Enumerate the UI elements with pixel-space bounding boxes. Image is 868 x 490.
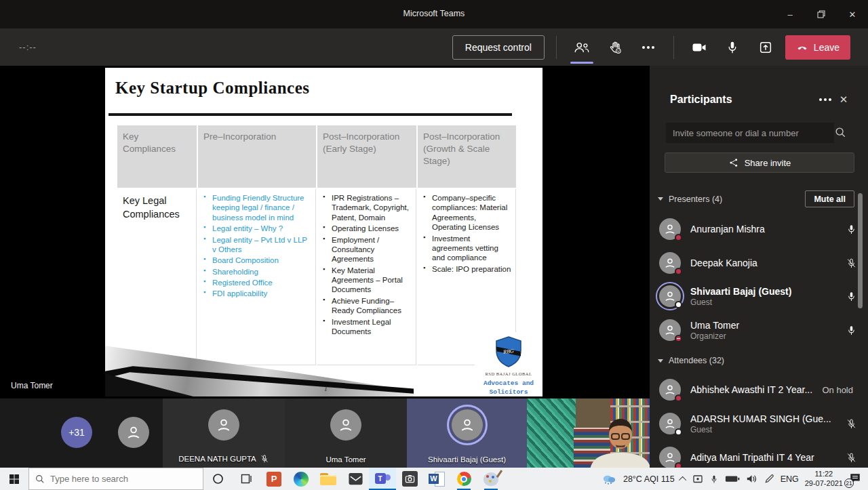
cortana-button[interactable]	[203, 468, 232, 490]
taskbar-app-teams[interactable]: T	[369, 468, 396, 490]
mic-on-icon[interactable]	[846, 224, 857, 235]
overflow-tile[interactable]: +31	[0, 399, 163, 468]
battery-icon[interactable]	[725, 474, 740, 483]
taskbar-app-powerpoint[interactable]: P	[260, 468, 288, 490]
more-actions-button[interactable]	[635, 34, 662, 61]
share-invite-button[interactable]: Share invite	[665, 152, 854, 173]
microphone-button[interactable]	[719, 34, 746, 61]
taskbar-app-file-explorer[interactable]	[315, 468, 342, 490]
list-item: Scale: IPO preparation	[422, 264, 511, 274]
participant-name: Aditya Mani Tripathi IT 4 Year	[690, 452, 846, 463]
avatar-speaking	[659, 285, 681, 307]
panel-scrollbar[interactable]	[858, 193, 863, 308]
taskbar-app-chrome[interactable]	[450, 468, 477, 490]
action-center-button[interactable]: 21	[849, 472, 864, 486]
participants-toggle-button[interactable]	[568, 34, 595, 61]
participant-row[interactable]: Shivaarti Bajaj (Guest) Guest	[659, 279, 857, 313]
raise-hand-button[interactable]	[601, 34, 629, 61]
avatar	[659, 379, 681, 401]
mic-on-icon[interactable]	[846, 291, 857, 302]
taskbar-clock[interactable]: 11:22 29-07-2021	[805, 470, 843, 489]
title-underline	[108, 113, 512, 116]
weather-text[interactable]: 28°C AQI 115	[623, 474, 675, 484]
start-button[interactable]	[0, 468, 28, 490]
call-controls: Request control Leave	[452, 28, 850, 66]
mic-muted-icon[interactable]	[846, 258, 857, 269]
request-control-button[interactable]: Request control	[452, 35, 545, 60]
video-tile[interactable]: DEENA NATH GUPTA	[163, 399, 285, 468]
taskbar-app-edge[interactable]	[288, 468, 315, 490]
camera-icon	[691, 39, 707, 56]
leave-button[interactable]: Leave	[785, 35, 850, 60]
taskbar-search[interactable]	[28, 468, 203, 490]
restore-icon[interactable]	[806, 0, 837, 28]
minimize-icon[interactable]: –	[774, 0, 806, 28]
tile-name-label: Uma Tomer	[326, 455, 366, 464]
teams-tray-icon[interactable]	[692, 474, 703, 485]
mic-muted-icon[interactable]	[846, 418, 857, 430]
participant-row[interactable]: Aditya Mani Tripathi IT 4 Year	[659, 441, 857, 468]
presenters-section-header[interactable]: Presenters (4) Mute all	[658, 190, 854, 207]
window-title: Microsoft Teams	[0, 9, 868, 18]
shield-logo-icon: RBG	[494, 335, 524, 368]
participant-row[interactable]: Anuranjan Mishra	[659, 212, 857, 246]
table-cell-pre-incorporation: Funding Friendly Structure keeping legal…	[198, 189, 316, 365]
mute-all-button[interactable]: Mute all	[805, 190, 854, 207]
task-view-button[interactable]	[232, 468, 260, 490]
status-badge	[675, 428, 682, 436]
chrome-icon	[457, 472, 471, 486]
person-icon	[214, 415, 233, 434]
participant-role: Guest	[690, 298, 846, 307]
hang-up-icon	[796, 41, 808, 54]
curtain-background	[527, 399, 576, 468]
chevron-down-icon	[658, 359, 663, 363]
table-row-label: Key Legal Compliances	[117, 189, 197, 365]
task-view-icon	[241, 473, 252, 485]
taskbar-app-paint[interactable]	[477, 468, 505, 490]
invite-input[interactable]	[666, 123, 834, 143]
ellipsis-icon	[819, 98, 830, 101]
close-panel-button[interactable]: ✕	[834, 91, 853, 108]
taskbar-app-mail[interactable]	[342, 468, 369, 490]
table-header-cell: Key Compliances	[117, 125, 197, 188]
volume-icon[interactable]	[746, 474, 758, 484]
share-screen-button[interactable]	[752, 34, 779, 61]
close-icon[interactable]: ✕	[837, 0, 868, 28]
participant-row[interactable]: Uma Tomer Organizer	[659, 313, 857, 347]
windows-taskbar: P T W	[0, 468, 868, 490]
presenter-name-label: Uma Tomer	[11, 381, 53, 390]
status-badge	[675, 268, 682, 275]
participant-row[interactable]: Abhishek Awasthi IT 2 Year... On hold	[659, 373, 857, 407]
participants-title: Participants	[670, 94, 815, 106]
notification-count-badge: 21	[844, 478, 854, 488]
participants-more-button[interactable]	[815, 91, 834, 108]
participant-row[interactable]: Deepak Kanojia	[659, 246, 857, 280]
taskbar-app-camera[interactable]	[396, 468, 423, 490]
taskbar-app-word[interactable]: W	[423, 468, 450, 490]
pen-icon[interactable]	[764, 474, 774, 484]
tray-expand-icon[interactable]	[679, 476, 686, 483]
video-tile-camera[interactable]	[527, 399, 650, 468]
camera-button[interactable]	[686, 34, 713, 61]
mic-muted-icon[interactable]	[846, 452, 857, 464]
participant-name: ADARSH KUMAR SINGH (Gue...	[690, 413, 846, 424]
mic-on-icon[interactable]	[846, 325, 857, 336]
list-item: Board Composition	[202, 256, 311, 265]
list-item: Investment agreements vetting and compli…	[422, 234, 511, 263]
weather-icon[interactable]	[601, 473, 617, 485]
participant-name: Anuranjan Mishra	[690, 224, 846, 234]
search-icon[interactable]	[834, 126, 846, 141]
video-tile-speaking[interactable]: Shivaarti Bajaj (Guest)	[407, 399, 527, 468]
attendees-section-header[interactable]: Attendees (32)	[658, 356, 854, 365]
participant-row[interactable]: ADARSH KUMAR SINGH (Gue... Guest	[659, 407, 857, 441]
mic-tray-icon[interactable]	[709, 474, 719, 485]
status-badge	[675, 301, 682, 308]
mic-muted-icon	[260, 454, 269, 464]
taskbar-search-input[interactable]	[50, 474, 186, 484]
share-invite-label: Share invite	[745, 158, 791, 168]
presentation-slide: Key Startup Compliances Key Compliances …	[105, 68, 542, 396]
status-badge	[675, 394, 682, 402]
overflow-count-badge[interactable]: +31	[61, 417, 92, 448]
language-indicator[interactable]: ENG	[781, 474, 799, 484]
video-tile[interactable]: Uma Tomer	[285, 399, 407, 468]
